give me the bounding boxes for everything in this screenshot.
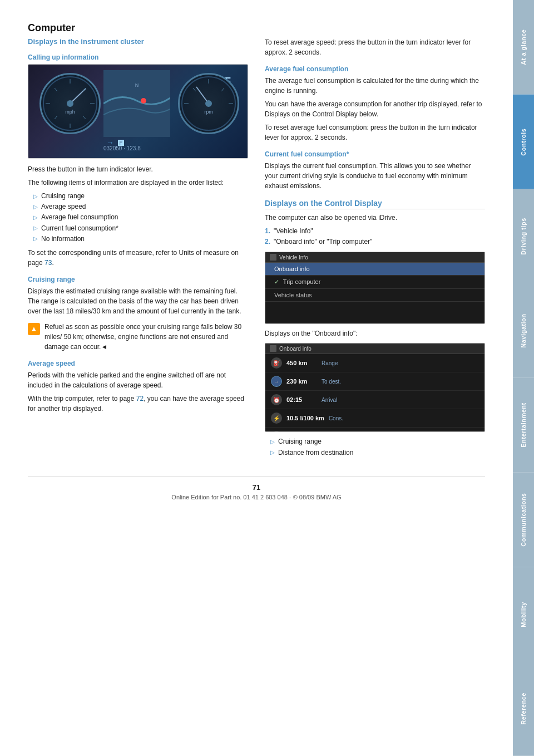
speedo-right: rpm	[178, 73, 239, 134]
sidebar-tab-navigation[interactable]: Navigation	[513, 283, 534, 378]
sidebar-tab-at-a-glance[interactable]: At a glance	[513, 0, 534, 95]
onboard-header: Onboard info	[265, 343, 484, 354]
idrive-item-status: Vehicle status	[265, 289, 484, 302]
warning-box: ▲ Refuel as soon as possible once your c…	[28, 322, 248, 352]
sidebar-tab-reference[interactable]: Reference	[513, 661, 534, 756]
ref-link-72[interactable]: 72	[136, 395, 144, 402]
two-column-layout: Displays in the instrument cluster Calli…	[28, 37, 485, 465]
svg-text:N: N	[135, 82, 139, 88]
idrive-header-icon	[270, 254, 276, 261]
average-speed-title: Average speed	[28, 360, 248, 367]
avg-fuel-text3: To reset average fuel consumption: press…	[265, 122, 485, 143]
bullet-cruising-range: Cruising range	[33, 191, 248, 202]
sidebar-tab-driving-tips[interactable]: Driving tips	[513, 189, 534, 284]
svg-line-19	[193, 88, 196, 91]
para1: Press the button in the turn indicator l…	[28, 164, 248, 174]
bottom-bullet-list: Cruising range Distance from destination	[270, 436, 485, 458]
info-bullet-list: Cruising range Average speed Average fue…	[33, 191, 248, 244]
svg-point-12	[141, 98, 146, 104]
bullet-avg-fuel: Average fuel consumption	[33, 212, 248, 223]
average-speed-text1: Periods with the vehicle parked and the …	[28, 370, 248, 390]
onboard-icon-clock: ⏰	[271, 394, 282, 405]
page-title: Computer	[28, 22, 485, 34]
onboard-header-icon	[270, 345, 276, 352]
svg-text:mph: mph	[65, 109, 75, 115]
cruising-range-text: Displays the estimated cruising range av…	[28, 286, 248, 316]
numbered-list: 1. "Vehicle Info" 2. "Onboard info" or "…	[265, 226, 485, 247]
control-display-title: Displays on the Control Display	[265, 199, 485, 209]
right-column: To reset average speed: press the button…	[265, 37, 485, 465]
avg-fuel-text2: You can have the average consumption for…	[265, 99, 485, 119]
onboard-icon-speed: 🚗	[271, 431, 282, 432]
reset-speed-para: To reset average speed: press the button…	[265, 37, 485, 57]
footer-text: Online Edition for Part no. 01 41 2 603 …	[28, 494, 485, 500]
bottom-bullet-distance: Distance from destination	[270, 448, 485, 458]
onboard-icon-dest: →	[271, 376, 282, 387]
onboard-row-arrival: ⏰ 02:15 Arrival	[265, 391, 484, 409]
sidebar-tab-entertainment[interactable]: Entertainment	[513, 378, 534, 473]
cluster-inner: mph N	[28, 65, 248, 158]
onboard-row-cons: ⚡ 10.5 l/100 km Cons.	[265, 409, 484, 428]
avg-fuel-text1: The average fuel consumption is calculat…	[265, 76, 485, 96]
page-number: 71	[28, 483, 485, 492]
map-area: N	[103, 70, 170, 137]
onboard-info-label: Displays on the "Onboard info":	[265, 328, 485, 338]
idrive-header: Vehicle Info	[265, 252, 484, 263]
displays-subtitle: Displays in the instrument cluster	[28, 37, 248, 46]
current-fuel-text: Displays the current fuel consumption. T…	[265, 161, 485, 191]
average-speed-text2: With the trip computer, refer to page 72…	[28, 394, 248, 414]
idrive-item-trip: ✓ Trip computer	[265, 276, 484, 289]
cruising-range-title: Cruising range	[28, 276, 248, 283]
svg-line-5	[83, 116, 86, 119]
sidebar-tab-communications[interactable]: Communications	[513, 473, 534, 567]
bullet-current-fuel: Current fuel consumption*	[33, 223, 248, 234]
odometer-overlay: 032050 · 123.8	[103, 145, 141, 151]
svg-line-7	[55, 116, 57, 119]
units-para: To set the corresponding units of measur…	[28, 248, 248, 268]
calling-up-subsection-title: Calling up information	[28, 53, 248, 61]
bottom-bullet-cruising: Cruising range	[270, 436, 485, 447]
onboard-row-speed: 🚗 75.0 km/h Speed	[265, 428, 484, 432]
numbered-item-2: 2. "Onboard info" or "Trip computer"	[265, 237, 485, 247]
speedo-left: mph	[39, 73, 101, 134]
svg-point-1	[67, 100, 73, 107]
main-content: Computer Displays in the instrument clus…	[0, 0, 513, 756]
cluster-image: mph N	[28, 64, 248, 159]
onboard-row-range: ⛽ 450 km Range	[265, 354, 484, 372]
bullet-no-info: No information	[33, 234, 248, 244]
warning-text: Refuel as soon as possible once your cru…	[44, 322, 248, 352]
idrive-screenshot: Vehicle Info Onboard info ✓ Trip compute…	[265, 252, 485, 324]
current-fuel-title: Current fuel consumption*	[265, 150, 485, 158]
sidebar: At a glance Controls Driving tips Naviga…	[513, 0, 534, 756]
control-display-text: The computer can also be opened via iDri…	[265, 213, 485, 223]
sidebar-tab-mobility[interactable]: Mobility	[513, 567, 534, 662]
avg-fuel-title: Average fuel consumption	[265, 65, 485, 73]
ref-link-73[interactable]: 73	[44, 259, 52, 267]
numbered-item-1: 1. "Vehicle Info"	[265, 226, 485, 237]
onboard-icon-fuel: ⛽	[271, 357, 282, 369]
warning-icon: ▲	[28, 323, 40, 335]
idrive-item-onboard: Onboard info	[265, 263, 484, 276]
onboard-icon-gauge: ⚡	[271, 413, 282, 424]
bullet-average-speed: Average speed	[33, 202, 248, 212]
para2: The following items of information are d…	[28, 178, 248, 188]
onboard-row-dest: → 230 km To dest.	[265, 372, 484, 391]
onboard-screenshot: Onboard info ⛽ 450 km Range → 230 km To …	[265, 343, 485, 432]
svg-text:rpm: rpm	[204, 109, 213, 115]
sidebar-tab-controls[interactable]: Controls	[513, 95, 534, 189]
page-footer: 71 Online Edition for Part no. 01 41 2 6…	[28, 476, 485, 507]
left-column: Displays in the instrument cluster Calli…	[28, 37, 248, 465]
svg-line-17	[221, 88, 224, 91]
svg-line-9	[55, 88, 57, 91]
svg-point-15	[205, 100, 212, 107]
